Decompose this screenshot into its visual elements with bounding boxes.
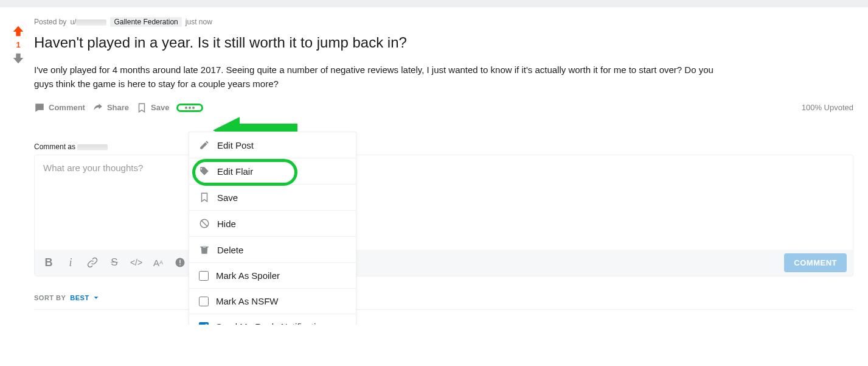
post-time: just now — [186, 18, 212, 26]
spoiler-tool-button[interactable] — [172, 255, 188, 270]
menu-edit-post[interactable]: Edit Post — [189, 132, 356, 158]
user-flair: Gallente Federation — [110, 17, 181, 27]
editor-toolbar: B i S </> AA to markdown Comment — [35, 250, 853, 276]
menu-edit-flair[interactable]: Edit Flair — [189, 158, 356, 185]
hide-icon — [199, 218, 210, 229]
upvote-button[interactable] — [12, 24, 25, 38]
submit-comment-button[interactable]: Comment — [784, 253, 847, 272]
redacted-commenter — [77, 144, 108, 150]
menu-hide[interactable]: Hide — [189, 211, 356, 237]
menu-mark-nsfw[interactable]: Mark As NSFW — [189, 289, 356, 314]
divider — [34, 309, 853, 310]
nsfw-checkbox[interactable] — [199, 297, 209, 306]
upvote-percentage: 100% Upvoted — [802, 103, 853, 112]
sort-label: Sort by — [34, 294, 66, 301]
notify-checkbox[interactable] — [199, 322, 209, 325]
author-link[interactable]: u/ — [70, 18, 106, 26]
post-body: I've only played for 4 months around lat… — [34, 63, 721, 91]
exclamation-circle-icon — [175, 257, 186, 268]
caret-down-icon — [92, 294, 100, 302]
link-icon — [87, 257, 98, 268]
comment-button[interactable]: Comment — [34, 102, 85, 113]
svg-line-4 — [201, 220, 208, 227]
more-actions-button[interactable] — [176, 104, 203, 112]
vote-score: 1 — [16, 40, 20, 49]
menu-reply-notifications[interactable]: Send Me Reply Notifications — [189, 314, 356, 325]
share-icon — [92, 102, 103, 113]
strikethrough-button[interactable]: S — [106, 255, 122, 270]
more-actions-menu: Edit Post Edit Flair Save Hide Delete Ma… — [189, 132, 356, 325]
post-title: Haven't played in a year. Is it still wo… — [34, 33, 853, 52]
sort-dropdown[interactable]: Best — [70, 294, 100, 302]
superscript-button[interactable]: AA — [150, 255, 166, 270]
post-meta: Posted by u/ Gallente Federation just no… — [34, 17, 853, 27]
share-button[interactable]: Share — [92, 102, 129, 113]
bookmark-icon — [199, 192, 210, 203]
bookmark-icon — [136, 102, 147, 113]
ellipsis-icon — [184, 102, 195, 111]
menu-delete[interactable]: Delete — [189, 237, 356, 263]
spoiler-checkbox[interactable] — [199, 271, 209, 281]
italic-button[interactable]: i — [63, 255, 78, 270]
menu-mark-spoiler[interactable]: Mark As Spoiler — [189, 263, 356, 289]
posted-by-label: Posted by — [34, 18, 66, 26]
post-action-bar: Comment Share Save 100% Upvoted — [34, 102, 853, 113]
svg-rect-1 — [179, 260, 181, 264]
pencil-icon — [199, 139, 210, 150]
downvote-button[interactable] — [12, 52, 25, 65]
code-button[interactable]: </> — [128, 255, 144, 270]
svg-rect-2 — [179, 264, 181, 266]
comment-icon — [34, 102, 45, 113]
comment-editor: What are your thoughts? B i S </> AA to … — [34, 155, 853, 276]
sort-row: Sort by Best — [34, 294, 853, 302]
save-button[interactable]: Save — [136, 102, 169, 113]
vote-column: 1 — [10, 24, 27, 65]
bold-button[interactable]: B — [41, 255, 57, 270]
redacted-username — [76, 19, 106, 26]
menu-save[interactable]: Save — [189, 185, 356, 211]
comment-as-label: Comment as — [34, 143, 853, 151]
tag-icon — [199, 166, 210, 177]
comment-textarea[interactable]: What are your thoughts? — [35, 155, 853, 250]
trash-icon — [199, 244, 210, 255]
link-button[interactable] — [85, 255, 100, 270]
